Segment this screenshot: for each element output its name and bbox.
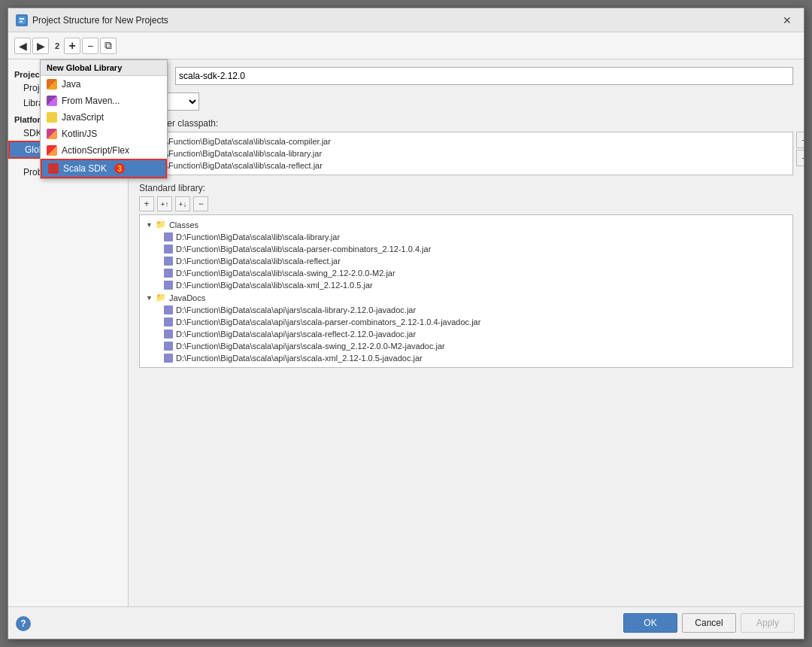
maven-label: From Maven... [62,96,120,106]
javadocs-folder-icon: 📁 [156,293,166,302]
name-input[interactable] [175,67,793,85]
title-bar-left: Project Structure for New Projects [16,14,168,26]
new-global-library-dropdown: New Global Library Java From Maven... Ja… [40,59,168,179]
kotlin-icon [47,129,57,139]
kotlin-label: Kotlin/JS [62,129,97,139]
classpath-side-buttons: + − [796,132,804,166]
forward-button[interactable]: ▶ [32,38,49,54]
scala-icon [48,163,59,174]
jar-icon-j3 [164,342,173,351]
javascript-label: JavaScript [62,112,104,123]
class-path-1: D:\Function\BigData\scala\lib\scala-pars… [161,243,789,255]
class-path-3: D:\Function\BigData\scala\lib\scala-swin… [161,267,789,279]
main-content: Name: 2.12 Compiler classpath: D:\Functi… [129,59,804,606]
classpath-item-2: D:\Function\BigData\scala\lib\scala-refl… [143,159,789,172]
add-library-button[interactable]: + [64,38,80,54]
actionscript-icon [47,145,57,156]
dialog-window: Project Structure for New Projects ✕ ◀ ▶… [8,8,804,639]
badge-2: 2 [55,41,59,50]
compiler-classpath-box: D:\Function\BigData\scala\lib\scala-comp… [139,132,793,175]
dropdown-header: New Global Library [41,60,167,76]
window-title: Project Structure for New Projects [32,15,168,26]
jar-icon-j0 [164,305,173,314]
jar-icon-j4 [164,354,173,363]
dropdown-java[interactable]: Java [41,76,167,93]
classpath-add-btn[interactable]: + [796,132,804,148]
class-path-0: D:\Function\BigData\scala\lib\scala-libr… [161,231,789,243]
jar-icon-c1 [164,245,173,254]
app-icon [16,14,28,26]
std-add-arrow-btn[interactable]: +↓ [175,196,190,211]
jar-icon-c0 [164,232,173,241]
dropdown-maven[interactable]: From Maven... [41,93,167,109]
classes-group: ▼ 📁 Classes [143,218,789,231]
javadocs-children: D:\Function\BigData\scala\api\jars\scala… [161,304,789,364]
std-add-plus-btn[interactable]: +↑ [157,196,172,211]
name-row: Name: [139,67,793,85]
javadocs-triangle: ▼ [146,294,153,302]
copy-library-button[interactable]: ⧉ [100,38,117,54]
javadoc-path-2: D:\Function\BigData\scala\api\jars\scala… [161,328,789,340]
javadoc-path-0: D:\Function\BigData\scala\api\jars\scala… [161,304,789,316]
classpath-item-0: D:\Function\BigData\scala\lib\scala-comp… [143,135,789,147]
dropdown-kotlin[interactable]: Kotlin/JS [41,126,167,142]
dropdown-scala[interactable]: Scala SDK 3 [41,159,167,178]
dropdown-actionscript[interactable]: ActionScript/Flex [41,142,167,159]
apply-button[interactable]: Apply [741,613,795,633]
cancel-button[interactable]: Cancel [682,613,736,633]
maven-icon [47,96,57,106]
svg-rect-0 [18,17,26,24]
jar-icon-c3 [164,269,173,278]
jar-icon-j2 [164,330,173,339]
classes-children: D:\Function\BigData\scala\lib\scala-libr… [161,231,789,291]
class-path-4: D:\Function\BigData\scala\lib\scala-xml_… [161,279,789,291]
classpath-remove-btn[interactable]: − [796,150,804,166]
std-add-btn[interactable]: + [139,196,154,211]
jar-icon-c4 [164,281,173,290]
badge-3: 3 [114,163,125,174]
javadoc-path-4: D:\Function\BigData\scala\api\jars\scala… [161,352,789,364]
classes-folder-icon: 📁 [156,220,166,229]
jar-icon-j1 [164,317,173,327]
nav-arrows: ◀ ▶ [14,38,49,54]
svg-rect-1 [20,18,24,20]
tree-area: ▼ 📁 Classes D:\Function\BigData\scala\li… [139,214,793,368]
dropdown-javascript[interactable]: JavaScript [41,109,167,126]
standard-library-label: Standard library: [139,183,793,193]
javadoc-path-3: D:\Function\BigData\scala\api\jars\scala… [161,340,789,352]
javascript-icon [47,112,57,123]
scala-label: Scala SDK [63,163,107,174]
toolbar: ◀ ▶ 2 + − ⧉ New Global Library Java From… [8,32,804,59]
java-label: Java [62,79,80,90]
javadoc-path-1: D:\Function\BigData\scala\api\jars\scala… [161,316,789,328]
javadocs-group: ▼ 📁 JavaDocs [143,291,789,304]
svg-rect-2 [20,21,23,23]
actionscript-label: ActionScript/Flex [62,145,129,156]
title-bar: Project Structure for New Projects ✕ [8,8,804,32]
jar-icon-c2 [164,257,173,266]
bottom-bar: ? OK Cancel Apply [8,606,804,639]
compiler-classpath-label: Compiler classpath: [139,118,793,129]
close-button[interactable]: ✕ [778,13,796,28]
classes-triangle: ▼ [146,221,153,229]
ok-button[interactable]: OK [623,613,677,633]
classpath-item-1: D:\Function\BigData\scala\lib\scala-libr… [143,147,789,159]
help-button[interactable]: ? [16,616,31,631]
std-toolbar: + +↑ +↓ − [139,196,793,211]
std-remove-btn[interactable]: − [193,196,208,211]
java-icon [47,79,57,90]
remove-library-button[interactable]: − [82,38,98,54]
back-button[interactable]: ◀ [14,38,31,54]
class-path-2: D:\Function\BigData\scala\lib\scala-refl… [161,255,789,267]
